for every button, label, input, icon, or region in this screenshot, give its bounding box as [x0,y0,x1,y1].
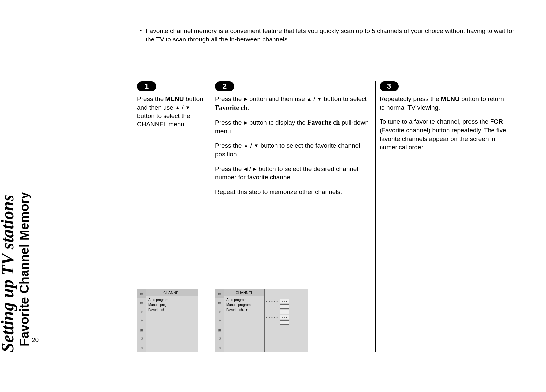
step-badge-3: 3 [380,81,399,91]
osd-icon: ✲ [215,316,224,325]
osd-item: Auto program [226,297,262,302]
osd-item: Manual program [226,302,262,307]
slot-dots: - - - - - [266,321,278,324]
text: button to display the [248,119,308,126]
osd-icon-strip: ▭ ▭ ⎚ ✲ ▣ ⎙ ⎌ [215,289,224,352]
text: button to select the CHANNEL menu. [137,112,190,128]
intro-paragraph: - Favorite channel memory is a convenien… [140,27,514,43]
favorite-slot: - - - - -- - - [266,320,299,325]
osd-title: CHANNEL [146,289,198,296]
down-arrow-icon: ▼ [254,143,259,148]
left-arrow-icon: ◀ [244,166,248,172]
osd-icon: ▣ [215,325,224,334]
slot-dots: - - - - - [266,310,278,314]
down-arrow-icon: ▼ [185,105,190,110]
text: To tune to a favorite channel, press the [380,118,490,125]
text: button to select [322,95,367,102]
text: Press the [215,95,244,102]
down-arrow-icon: ▼ [317,96,322,102]
text: / [180,104,185,111]
osd-submenu: - - - - -- - - - - - - -- - - - - - - --… [265,289,300,352]
text: / [248,142,254,149]
manual-page: Setting up TV stations Favorite Channel … [0,0,546,392]
text: / [312,95,317,102]
up-arrow-icon: ▲ [175,105,180,110]
osd-menu-items: Auto program Manual program Favorite ch.… [224,296,264,352]
chapter-title: Setting up TV stations [0,195,17,352]
slot-dots: - - - - - [266,315,278,319]
right-arrow-icon: ▶ [244,120,248,125]
slot-value: - - - [280,304,289,309]
text: (Favorite channel) button repeatedly. Th… [380,127,506,151]
slot-dots: - - - - - [266,299,278,303]
text: Repeatedly press the [380,95,441,102]
slot-value: - - - [280,310,289,314]
favorite-slot: - - - - -- - - [266,304,299,309]
step-1-column: 1 Press the MENU button and then use ▲ /… [133,81,211,352]
slot-value: - - - [280,320,289,325]
crop-mark [7,7,17,17]
favorite-ch-label: Favorite ch [307,119,340,126]
menu-label: MENU [441,95,460,102]
osd-icon: ⎌ [215,343,224,352]
osd-title: CHANNEL [224,289,264,296]
right-arrow-icon: ▶ [253,166,257,172]
content-top-rule [133,24,514,24]
text: . [247,104,249,111]
step-badge-1: 1 [137,81,156,91]
text: Press the [137,95,165,102]
crop-tick [535,368,539,368]
section-title: Favorite Channel Memory [17,192,31,346]
favorite-slot: - - - - -- - - [266,315,299,319]
step-2-column: 2 Press the ▶ button and then use ▲ / ▼ … [211,81,375,352]
intro-text: Favorite channel memory is a convenient … [146,27,514,43]
text: button and then use [248,95,307,102]
menu-label: MENU [165,95,184,102]
slot-dots: - - - - - [266,305,278,308]
osd-icon: ▭ [215,289,224,298]
favorite-slot: - - - - -- - - [266,310,299,314]
osd-icon: ⎙ [137,334,146,343]
slot-value: - - - [280,299,289,303]
crop-tick [7,368,11,368]
osd-item-label: Favorite ch. [226,308,244,312]
osd-icon: ⎚ [137,307,146,316]
step-1-text: Press the MENU button and then use ▲ / ▼… [137,95,207,129]
osd-icon: ▭ [137,289,146,298]
page-number: 20 [32,336,39,344]
slot-value: - - - [280,315,289,319]
osd-icon: ✲ [137,316,146,325]
right-arrow-icon: ▶ [244,96,248,102]
osd-item: Manual program [148,302,196,307]
osd-icon: ▭ [137,298,146,307]
osd-item: Auto program [148,297,196,302]
osd-icon: ⎚ [215,307,224,316]
text: Press the [215,142,244,149]
osd-icon: ⎙ [215,334,224,343]
side-title-block: Setting up TV stations Favorite Channel … [32,23,88,352]
fcr-label: FCR [490,118,503,125]
osd-item: Favorite ch. ▶ [226,307,262,313]
osd-diagram-2: ▭ ▭ ⎚ ✲ ▣ ⎙ ⎌ CHANNEL Auto program Manua… [215,289,308,352]
text: / [248,165,253,172]
crop-mark [529,7,539,17]
intro-bullet: - [140,27,146,43]
step-3-column: 3 Repeatedly press the MENU button to re… [375,81,514,352]
favorite-slot: - - - - -- - - [266,299,299,303]
steps-columns: 1 Press the MENU button and then use ▲ /… [133,81,514,352]
osd-item: Favorite ch. [148,307,196,312]
crop-mark [7,375,17,385]
osd-icon: ▣ [137,325,146,334]
osd-menu-items: Auto program Manual program Favorite ch. [146,296,198,352]
up-arrow-icon: ▲ [307,96,312,102]
text: Press the [215,119,244,126]
right-arrow-icon: ▶ [246,308,248,311]
crop-mark [529,375,539,385]
text: Press the [215,165,244,172]
step-2-text: Press the ▶ button and then use ▲ / ▼ bu… [215,95,371,196]
step-badge-2: 2 [215,81,234,91]
favorite-ch-label: Favorite ch [215,104,247,111]
up-arrow-icon: ▲ [244,143,249,148]
text: Repeat this step to memorize other chann… [215,188,371,196]
osd-icon: ▭ [215,298,224,307]
